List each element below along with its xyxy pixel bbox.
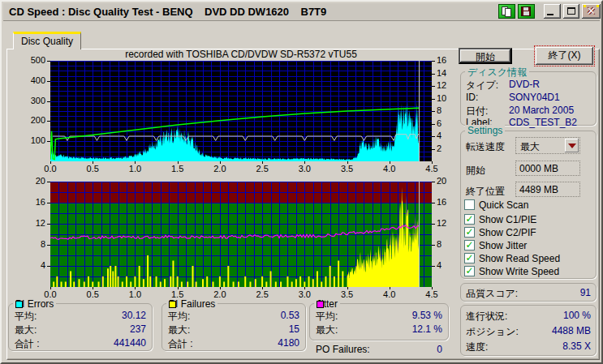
checkbox-icon (464, 199, 475, 210)
max-label: 最大: (168, 323, 190, 337)
speed-select[interactable]: 最大 (515, 137, 580, 154)
position-row: ポジション: 4488 MB (466, 325, 591, 339)
y-left-tick-label: 20 (23, 176, 45, 186)
y-right-tick-label: 8 (437, 239, 456, 249)
speed-value: 8.35 X (562, 340, 591, 354)
disc-type-label: タイプ: (466, 79, 498, 92)
progress-row: 進行状況: 100 % (466, 310, 591, 323)
axis-tick (432, 224, 435, 225)
start-pos-field[interactable]: 0000 MB (515, 161, 580, 176)
axis-tick (390, 161, 390, 164)
axis-tick (47, 101, 50, 102)
speed-selected-value: 最大 (520, 140, 540, 154)
checkbox-label: Show Read Speed (479, 253, 560, 264)
tab-label: Disc Quality (21, 36, 73, 47)
pi-failures-avg-row: 平均: 0.53 (168, 310, 299, 323)
axis-tick (47, 121, 50, 122)
po-failures-label: PO Failures: (316, 344, 370, 355)
max-value: 15 (289, 323, 299, 337)
pi-failures-total-row: 合計 : 4180 (168, 337, 299, 351)
maximize-button[interactable] (563, 4, 579, 19)
axis-tick (432, 124, 435, 125)
y-right-tick-label: 8 (437, 105, 456, 115)
axis-tick (47, 81, 50, 82)
save-icon[interactable] (518, 4, 535, 19)
axis-tick (47, 182, 50, 182)
jitter-caption: Jitter (314, 298, 340, 310)
axis-tick (47, 266, 50, 267)
y-left-tick-label: 4 (23, 260, 45, 270)
progress-label: 進行状況: (466, 310, 507, 323)
document-glyph (505, 8, 511, 17)
y-right-tick-label: 16 (437, 197, 456, 207)
x-tick-label: 1.5 (166, 164, 190, 173)
maximize-icon (567, 7, 575, 15)
checkbox-icon: ✓ (464, 266, 475, 276)
pi-errors-max-row: 最大: 237 (15, 323, 146, 337)
pi-errors-speed-chart (50, 61, 432, 161)
axis-tick (432, 111, 435, 112)
axis-tick (50, 161, 51, 164)
quality-score-label: 品質スコア: (466, 287, 518, 301)
exit-button-face: 終了(X) (536, 47, 593, 65)
max-label: 最大: (316, 323, 338, 337)
window-title: CD Speed : Disc Quality Test - BENQ DVD … (9, 6, 326, 18)
x-tick-label: 1.0 (123, 289, 147, 299)
exit-button[interactable]: 終了(X) (534, 45, 595, 66)
axis-tick (178, 161, 179, 164)
y-left-tick-label: 300 (23, 96, 45, 105)
jitter-avg-row: 平均: 9.53 % (316, 310, 442, 323)
position-value: 4488 MB (552, 325, 591, 339)
end-pos-label: 終了位置 (466, 185, 505, 199)
axis-tick (390, 287, 390, 289)
position-label: ポジション: (466, 325, 519, 339)
axis-tick (432, 266, 435, 267)
x-tick-label: 4.0 (377, 289, 402, 299)
axis-tick (47, 141, 50, 142)
checkbox-icon: ✓ (464, 240, 475, 251)
combo-dropdown-button[interactable] (565, 139, 579, 152)
settings-title: Settings (465, 125, 505, 136)
checkbox-icon: ✓ (464, 253, 475, 263)
avg-label: 平均: (316, 310, 338, 323)
y-left-tick-label: 16 (23, 197, 45, 207)
avg-label: 平均: (168, 310, 190, 323)
x-tick-label: 1.0 (123, 164, 147, 173)
axis-tick (47, 245, 50, 246)
checkbox-label: Show C1/PIE (479, 214, 536, 225)
y-right-tick-label: 12 (437, 218, 456, 228)
axis-tick (432, 74, 435, 75)
axis-tick (93, 287, 93, 289)
pi-errors-total-row: 合計 : 441440 (15, 337, 146, 351)
end-pos-field[interactable]: 4489 MB (515, 182, 580, 197)
y-left-tick-label: 500 (23, 55, 45, 65)
copy-icon[interactable] (498, 4, 515, 19)
x-tick-label: 2.5 (250, 164, 274, 173)
checkbox-label: Show C2/PIF (479, 227, 536, 238)
axis-tick (47, 61, 50, 62)
axis-tick (178, 287, 179, 289)
checkbox-label: Show Write Speed (479, 266, 559, 277)
minimize-button[interactable] (544, 4, 561, 19)
axis-tick (220, 287, 221, 289)
y-left-tick-label: 200 (23, 115, 45, 125)
disc-label-value: CDS_TEST_B2 (509, 117, 577, 128)
start-button[interactable]: 開始 (459, 48, 512, 64)
total-label: 合計 : (15, 337, 40, 351)
pi-errors-legend-swatch (15, 301, 23, 308)
x-tick-label: 0.5 (80, 164, 105, 173)
tab-disc-quality[interactable]: Disc Quality (13, 32, 81, 49)
axis-tick (432, 99, 435, 100)
y-right-tick-label: 12 (437, 80, 456, 90)
axis-tick (262, 287, 263, 289)
disc-id-value: SONY04D1 (509, 92, 560, 103)
axis-tick (432, 203, 435, 203)
axis-tick (220, 161, 221, 164)
axis-tick (432, 182, 435, 182)
y-right-tick-label: 2 (437, 143, 456, 153)
po-failures-value: 0 (437, 344, 442, 355)
axis-tick (135, 287, 136, 289)
chevron-down-icon (568, 143, 576, 148)
close-button[interactable]: ✕ (582, 4, 601, 19)
y-left-tick-label: 400 (23, 75, 45, 85)
